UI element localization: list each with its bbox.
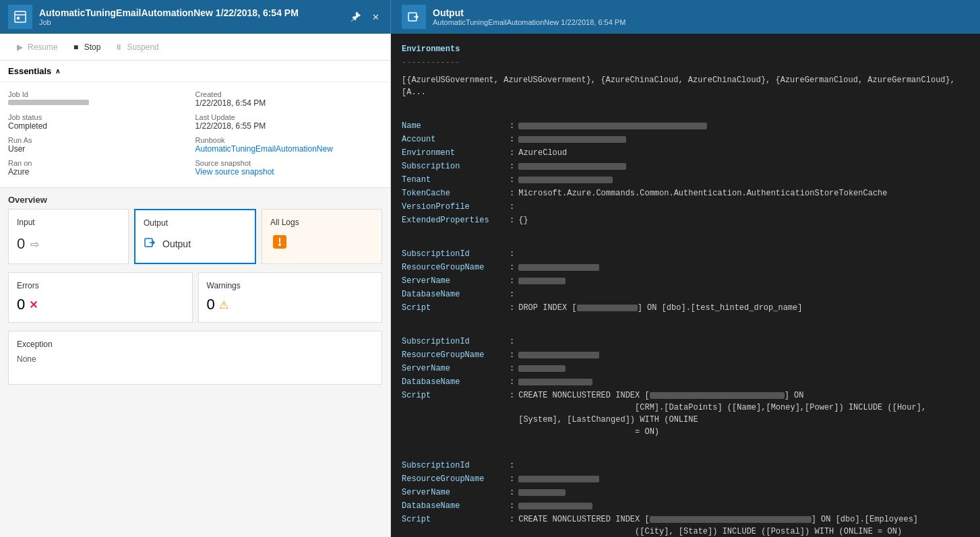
warnings-row: 0 ⚠ (207, 296, 228, 313)
block1-section: SubscriptionId : ResourceGroupName : Ser… (402, 248, 969, 314)
resume-icon: ▶ (15, 42, 24, 52)
errors-row: 0 ✕ (17, 296, 38, 313)
block2-section: SubscriptionId : ResourceGroupName : Ser… (402, 336, 969, 438)
last-update-item: Last Update 1/22/2018, 6:55 PM (195, 110, 383, 133)
prop-name: Name : (402, 120, 969, 132)
svg-rect-2 (17, 17, 20, 20)
error-x-icon: ✕ (29, 298, 38, 311)
errors-card[interactable]: Errors 0 ✕ (8, 272, 193, 323)
input-card-value: 0 (17, 235, 25, 253)
output-header-icon (402, 5, 426, 29)
svg-rect-7 (279, 238, 280, 243)
exception-value: None (17, 354, 373, 364)
b2-servername: ServerName : (402, 362, 969, 375)
output-card-icon (144, 236, 157, 252)
b2-script: Script : CREATE NONCLUSTERED INDEX [] ON… (402, 389, 969, 438)
job-id-bar (8, 100, 89, 105)
toolbar: ▶ Resume ■ Stop ⏸ Suspend (0, 34, 390, 61)
b2-resourcegroupname: ResourceGroupName : (402, 349, 969, 361)
b1-resourcegroupname: ResourceGroupName : (402, 261, 969, 274)
b1-script: Script : DROP INDEX [] ON [dbo].[test_hi… (402, 302, 969, 314)
runbook-link[interactable]: AutomaticTuningEmailAutomationNew (195, 144, 333, 154)
input-card-inner: 0 ⇨ (17, 235, 39, 253)
b1-servername: ServerName : (402, 275, 969, 287)
environments-label: Environments (402, 43, 969, 55)
right-panel: Environments ------------ [{AzureUSGover… (391, 34, 980, 537)
b3-databasename: DatabaseName : (402, 500, 969, 512)
source-snapshot-link[interactable]: View source snapshot (195, 167, 274, 177)
stop-button[interactable]: ■ Stop (65, 34, 108, 60)
warnings-value: 0 (207, 296, 215, 313)
b1-databasename: DatabaseName : (402, 288, 969, 301)
prop-subscription: Subscription : (402, 160, 969, 172)
output-card-value: Output (162, 239, 191, 249)
stop-icon: ■ (71, 42, 81, 52)
error-cards: Errors 0 ✕ Warnings 0 ⚠ (0, 272, 390, 331)
errors-label: Errors (17, 281, 39, 290)
block3-section: SubscriptionId : ResourceGroupName : Ser… (402, 460, 969, 537)
job-status-item: Job status Completed (8, 110, 195, 133)
run-as-item: Run As User (8, 133, 195, 156)
all-logs-label: All Logs (270, 218, 299, 227)
source-snapshot-item: Source snapshot View source snapshot (195, 156, 383, 179)
b3-script: Script : CREATE NONCLUSTERED INDEX [] ON… (402, 513, 969, 537)
right-header-title-block: Output AutomaticTuningEmailAutomationNew… (433, 7, 969, 26)
top-header: AutomaticTuningEmailAutomationNew 1/22/2… (0, 0, 980, 34)
close-left-button[interactable]: ✕ (369, 9, 382, 25)
warning-icon: ⚠ (219, 298, 228, 311)
errors-value: 0 (17, 296, 25, 313)
all-logs-card[interactable]: All Logs (262, 209, 382, 264)
overview-header: Overview (0, 188, 390, 209)
left-header-title: AutomaticTuningEmailAutomationNew 1/22/2… (39, 7, 348, 18)
output-card[interactable]: Output Output (134, 209, 256, 264)
right-header: Output AutomaticTuningEmailAutomationNew… (391, 0, 980, 34)
warnings-label: Warnings (207, 281, 241, 290)
warnings-card[interactable]: Warnings 0 ⚠ (198, 272, 383, 323)
ran-on-item: Ran on Azure (8, 156, 195, 179)
output-card-label: Output (144, 218, 168, 228)
essentials-header[interactable]: Essentials ∧ (0, 61, 390, 82)
environments-section: Environments ------------ [{AzureUSGover… (402, 43, 969, 98)
created-item: Created 1/22/2018, 6:54 PM (195, 88, 383, 110)
environments-value: [{AzureUSGovernment, AzureUSGovernment},… (402, 74, 969, 98)
exception-title: Exception (17, 340, 373, 349)
prop-tenant: Tenant : (402, 174, 969, 186)
essentials-grid: Job Id Created 1/22/2018, 6:54 PM Job st… (0, 82, 390, 188)
prop-environment: Environment : AzureCloud (402, 147, 969, 159)
svg-rect-0 (15, 11, 26, 22)
right-header-subtitle: AutomaticTuningEmailAutomationNew 1/22/2… (433, 18, 969, 26)
left-header: AutomaticTuningEmailAutomationNew 1/22/2… (0, 0, 391, 34)
b3-servername: ServerName : (402, 486, 969, 499)
suspend-button[interactable]: ⏸ Suspend (107, 34, 165, 60)
properties-section: Name : Account : Environment : AzureClou… (402, 120, 969, 226)
left-panel: ▶ Resume ■ Stop ⏸ Suspend Essentials ∧ J… (0, 34, 391, 537)
all-logs-icon (270, 232, 289, 255)
pin-button[interactable] (348, 8, 364, 26)
input-card-icon: ⇨ (30, 238, 39, 251)
main-layout: ▶ Resume ■ Stop ⏸ Suspend Essentials ∧ J… (0, 34, 980, 537)
b3-resourcegroupname: ResourceGroupName : (402, 473, 969, 485)
output-card-inner: Output (144, 236, 191, 252)
svg-point-6 (278, 243, 281, 246)
left-header-title-block: AutomaticTuningEmailAutomationNew 1/22/2… (39, 7, 348, 26)
suspend-icon: ⏸ (114, 42, 123, 52)
input-card[interactable]: Input 0 ⇨ (8, 209, 129, 264)
b3-subscriptionid: SubscriptionId : (402, 460, 969, 472)
job-icon (8, 5, 32, 29)
left-header-actions: ✕ (348, 8, 382, 26)
prop-extendedproperties: ExtendedProperties : {} (402, 214, 969, 226)
right-header-title: Output (433, 7, 969, 18)
b2-subscriptionid: SubscriptionId : (402, 336, 969, 348)
overview-cards: Input 0 ⇨ Output Output All Logs (0, 209, 390, 272)
exception-section: Exception None (8, 331, 382, 385)
prop-account: Account : (402, 133, 969, 146)
runbook-item: Runbook AutomaticTuningEmailAutomationNe… (195, 133, 383, 156)
essentials-chevron: ∧ (55, 67, 60, 75)
job-id-item: Job Id (8, 88, 195, 110)
environments-separator: ------------ (402, 57, 969, 69)
input-card-label: Input (17, 218, 35, 227)
prop-tokencache: TokenCache : Microsoft.Azure.Commands.Co… (402, 187, 969, 199)
prop-versionprofile: VersionProfile : (402, 201, 969, 213)
resume-button[interactable]: ▶ Resume (8, 34, 65, 60)
b1-subscriptionid: SubscriptionId : (402, 248, 969, 260)
